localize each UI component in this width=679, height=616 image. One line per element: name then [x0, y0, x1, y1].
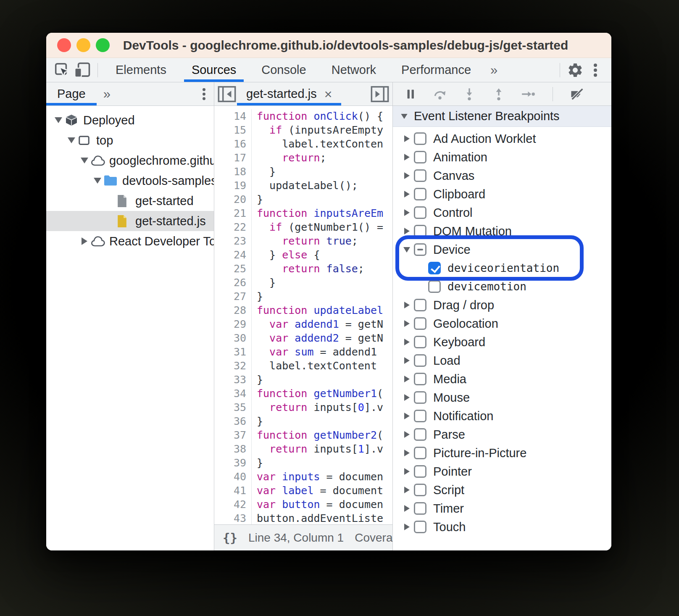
pause-script-button[interactable]: [400, 84, 421, 104]
checkbox-indeterminate[interactable]: [414, 243, 426, 256]
expander[interactable]: [400, 302, 414, 308]
checkbox-unchecked[interactable]: [414, 373, 426, 385]
settings-button[interactable]: [565, 60, 585, 80]
tree-item-devtools-samples[interactable]: devtools-samples: [46, 171, 214, 191]
minimize-window-button[interactable]: [76, 38, 90, 52]
line-number[interactable]: 28: [214, 303, 251, 317]
checkbox-checked[interactable]: [428, 262, 441, 274]
expander[interactable]: [400, 431, 414, 438]
expander[interactable]: [400, 135, 414, 142]
expander[interactable]: [78, 158, 91, 163]
customize-devtools-button[interactable]: [585, 60, 605, 80]
breakpoint-clipboard[interactable]: Clipboard: [393, 185, 611, 203]
checkbox-unchecked[interactable]: [414, 169, 426, 182]
expander[interactable]: [400, 172, 414, 179]
expander[interactable]: [65, 137, 78, 143]
hide-navigator-button[interactable]: [217, 84, 237, 104]
breakpoint-timer[interactable]: Timer: [393, 499, 611, 518]
tree-item-get-started[interactable]: get-started: [46, 191, 214, 211]
step-button[interactable]: [518, 84, 538, 104]
tree-item-get-started-js[interactable]: get-started.js: [46, 211, 214, 231]
expander[interactable]: [400, 505, 414, 512]
line-number[interactable]: 31: [214, 345, 251, 359]
line-number[interactable]: 33: [214, 373, 251, 387]
breakpoint-script[interactable]: Script: [393, 481, 611, 499]
line-number[interactable]: 15: [214, 123, 251, 137]
line-number[interactable]: 35: [214, 400, 251, 414]
line-number[interactable]: 27: [214, 290, 251, 303]
checkbox-unchecked[interactable]: [414, 428, 426, 441]
line-number[interactable]: 29: [214, 317, 251, 331]
close-tab-icon[interactable]: ×: [324, 87, 332, 101]
tab-console[interactable]: Console: [249, 58, 318, 82]
expander[interactable]: [400, 376, 414, 382]
expander[interactable]: [400, 228, 414, 234]
line-number[interactable]: 26: [214, 276, 251, 290]
show-debugger-sidebar-button[interactable]: [370, 84, 390, 104]
breakpoint-pointer[interactable]: Pointer: [393, 462, 611, 481]
toggle-device-toolbar-button[interactable]: [72, 60, 92, 80]
expander[interactable]: [400, 468, 414, 475]
line-number[interactable]: 22: [214, 220, 251, 234]
line-number[interactable]: 24: [214, 248, 251, 262]
line-number[interactable]: 38: [214, 442, 251, 456]
breakpoint-notification[interactable]: Notification: [393, 407, 611, 425]
line-number[interactable]: 19: [214, 179, 251, 192]
expander[interactable]: [400, 154, 414, 161]
expander[interactable]: [400, 357, 414, 364]
expander[interactable]: [400, 191, 414, 197]
expander[interactable]: [400, 209, 414, 216]
line-number[interactable]: 14: [214, 109, 251, 123]
line-number[interactable]: 42: [214, 498, 251, 511]
checkbox-unchecked[interactable]: [414, 317, 426, 330]
expander[interactable]: [400, 394, 414, 401]
close-window-button[interactable]: [57, 38, 71, 52]
breakpoint-mouse[interactable]: Mouse: [393, 388, 611, 407]
breakpoint-deviceorientation[interactable]: deviceorientation: [393, 259, 611, 277]
checkbox-unchecked[interactable]: [414, 447, 426, 459]
tree-item-googlechrome-github-io[interactable]: googlechrome.github.io: [46, 150, 214, 171]
checkbox-unchecked[interactable]: [428, 280, 441, 293]
checkbox-unchecked[interactable]: [414, 391, 426, 404]
expander[interactable]: [91, 178, 104, 184]
checkbox-unchecked[interactable]: [414, 465, 426, 478]
checkbox-unchecked[interactable]: [414, 502, 426, 515]
line-number[interactable]: 40: [214, 470, 251, 484]
line-number[interactable]: 17: [214, 151, 251, 165]
checkbox-unchecked[interactable]: [414, 336, 426, 348]
line-number[interactable]: 41: [214, 484, 251, 498]
line-number[interactable]: 23: [214, 234, 251, 248]
expander[interactable]: [400, 413, 414, 419]
line-number[interactable]: 20: [214, 192, 251, 206]
tab-elements[interactable]: Elements: [103, 58, 179, 82]
expander[interactable]: [52, 117, 65, 123]
breakpoint-ad-auction-worklet[interactable]: Ad Auction Worklet: [393, 129, 611, 148]
pretty-print-button[interactable]: {}: [223, 531, 237, 545]
breakpoint-parse[interactable]: Parse: [393, 425, 611, 444]
breakpoint-animation[interactable]: Animation: [393, 148, 611, 166]
breakpoint-canvas[interactable]: Canvas: [393, 166, 611, 185]
line-number[interactable]: 18: [214, 165, 251, 179]
checkbox-unchecked[interactable]: [414, 206, 426, 219]
tab-performance[interactable]: Performance: [389, 58, 484, 82]
expander[interactable]: [400, 247, 414, 253]
tab-network[interactable]: Network: [319, 58, 389, 82]
line-number[interactable]: 30: [214, 331, 251, 345]
inspect-element-button[interactable]: [52, 60, 72, 80]
line-number[interactable]: 39: [214, 456, 251, 470]
line-number[interactable]: 34: [214, 387, 251, 400]
breakpoint-devicemotion[interactable]: devicemotion: [393, 277, 611, 296]
more-panels-button[interactable]: »: [484, 63, 504, 78]
step-out-button[interactable]: [489, 84, 509, 104]
breakpoint-touch[interactable]: Touch: [393, 518, 611, 536]
line-number[interactable]: 43: [214, 511, 251, 524]
tab-page[interactable]: Page: [46, 82, 97, 105]
expander[interactable]: [400, 339, 414, 345]
checkbox-unchecked[interactable]: [414, 225, 426, 237]
deactivate-breakpoints-button[interactable]: [567, 84, 587, 104]
checkbox-unchecked[interactable]: [414, 188, 426, 200]
checkbox-unchecked[interactable]: [414, 151, 426, 163]
tree-item-react-developer-tools[interactable]: React Developer Tools: [46, 231, 214, 251]
expander[interactable]: [400, 450, 414, 456]
checkbox-unchecked[interactable]: [414, 132, 426, 145]
